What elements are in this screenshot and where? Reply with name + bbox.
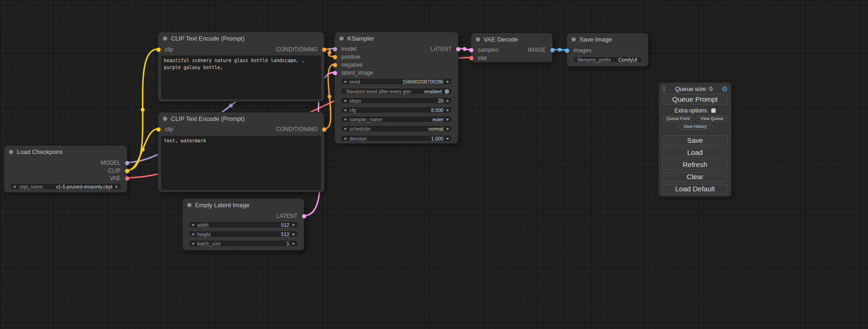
- node-title-bar[interactable]: Save Image: [567, 33, 648, 45]
- save-button[interactable]: Save: [662, 135, 728, 146]
- input-port-clip[interactable]: [156, 48, 161, 52]
- increment-arrow-icon[interactable]: ▶: [293, 240, 295, 246]
- widget-label: steps: [349, 98, 361, 104]
- input-slot-clip: clip: [158, 126, 173, 133]
- output-slot-model: MODEL: [100, 159, 127, 167]
- output-label: IMAGE: [528, 47, 546, 53]
- node-load-checkpoint[interactable]: Load Checkpoint MODEL CLIP VAE ◀ ckpt_na…: [4, 145, 127, 193]
- decrement-arrow-icon[interactable]: ◀: [344, 135, 346, 141]
- decrement-arrow-icon[interactable]: ◀: [344, 126, 346, 132]
- decrement-arrow-icon[interactable]: ◀: [344, 78, 346, 84]
- decrement-arrow-icon[interactable]: ◀: [191, 240, 194, 246]
- input-port-clip[interactable]: [156, 127, 161, 132]
- load-button[interactable]: Load: [662, 147, 728, 158]
- widget-sampler-name[interactable]: ◀ sampler_name euler ▶: [340, 116, 452, 123]
- output-label: LATENT: [276, 213, 297, 219]
- node-clip-text-encode-positive[interactable]: CLIP Text Encode (Prompt) clip CONDITION…: [158, 32, 325, 102]
- settings-gear-icon[interactable]: ⚙: [722, 85, 728, 92]
- decrement-arrow-icon[interactable]: ◀: [344, 116, 346, 122]
- widget-cfg[interactable]: ◀ cfg 8.000 ▶: [340, 106, 452, 113]
- node-vae-decode[interactable]: VAE Decode samples vae IMAGE: [471, 33, 553, 63]
- increment-arrow-icon[interactable]: ▶: [447, 126, 449, 132]
- node-save-image[interactable]: Save Image images filename_prefix ComfyU…: [566, 33, 649, 67]
- collapse-dot-icon[interactable]: [9, 150, 13, 154]
- clear-button[interactable]: Clear: [662, 172, 728, 182]
- node-title-bar[interactable]: Load Checkpoint: [4, 146, 127, 158]
- queue-size-label: Queue size: 0: [675, 85, 713, 92]
- node-empty-latent-image[interactable]: Empty Latent Image LATENT ◀ width 512 ▶ …: [182, 198, 304, 251]
- input-port-vae[interactable]: [469, 56, 473, 60]
- increment-arrow-icon[interactable]: ▶: [447, 78, 449, 84]
- input-port-model[interactable]: [333, 47, 337, 51]
- increment-arrow-icon[interactable]: ▶: [293, 222, 295, 228]
- prompt-textarea[interactable]: beautiful scenery nature glass bottle la…: [161, 56, 321, 99]
- increment-arrow-icon[interactable]: ▶: [293, 231, 295, 237]
- increment-arrow-icon[interactable]: ▶: [447, 116, 449, 122]
- widget-label: Random seed after every gen: [346, 89, 424, 94]
- node-title-bar[interactable]: KSampler: [335, 32, 458, 44]
- collapse-dot-icon[interactable]: [476, 37, 480, 42]
- input-label: vae: [478, 55, 487, 61]
- node-title-bar[interactable]: Empty Latent Image: [183, 199, 304, 211]
- collapse-dot-icon[interactable]: [163, 117, 167, 121]
- widget-seed[interactable]: ◀ seed 156680208700286 ▶: [340, 78, 452, 85]
- widget-width[interactable]: ◀ width 512 ▶: [188, 221, 298, 228]
- drag-handle-icon[interactable]: ⣿: [662, 86, 666, 92]
- output-port-conditioning[interactable]: [322, 127, 326, 132]
- view-history-button[interactable]: View History: [677, 124, 713, 130]
- view-queue-button[interactable]: View Queue: [696, 116, 728, 122]
- widget-scheduler[interactable]: ◀ scheduler normal ▶: [340, 125, 452, 132]
- output-port-clip[interactable]: [125, 169, 129, 173]
- widget-filename-prefix[interactable]: filename_prefix ComfyUI: [572, 56, 642, 63]
- decrement-arrow-icon[interactable]: ◀: [191, 231, 194, 237]
- increment-arrow-icon[interactable]: ▶: [447, 135, 449, 141]
- input-port-samples[interactable]: [469, 48, 473, 52]
- load-default-button[interactable]: Load Default: [662, 184, 728, 194]
- extra-options-checkbox[interactable]: [711, 108, 716, 113]
- link-midpoint-dot: [141, 148, 145, 152]
- node-title: CLIP Text Encode (Prompt): [171, 115, 245, 122]
- collapse-dot-icon[interactable]: [572, 37, 576, 42]
- collapse-dot-icon[interactable]: [187, 203, 191, 207]
- node-title-bar[interactable]: CLIP Text Encode (Prompt): [158, 112, 324, 125]
- decrement-arrow-icon[interactable]: ◀: [344, 98, 346, 104]
- queue-prompt-button[interactable]: Queue Prompt: [662, 94, 728, 105]
- decrement-arrow-icon[interactable]: ◀: [13, 183, 15, 189]
- increment-arrow-icon[interactable]: ▶: [447, 107, 449, 113]
- decrement-arrow-icon[interactable]: ◀: [344, 107, 346, 113]
- increment-arrow-icon[interactable]: ▶: [116, 183, 118, 189]
- input-port-positive[interactable]: [333, 55, 337, 59]
- output-port-latent[interactable]: [302, 214, 306, 218]
- node-title-bar[interactable]: CLIP Text Encode (Prompt): [158, 32, 324, 44]
- output-port-conditioning[interactable]: [322, 48, 326, 52]
- toggle-knob-icon[interactable]: [445, 89, 449, 94]
- widget-batch-size[interactable]: ◀ batch_size 1 ▶: [188, 240, 298, 247]
- prompt-textarea[interactable]: text, watermark: [161, 136, 321, 190]
- widget-ckpt-name[interactable]: ◀ ckpt_name v1-5-pruned-emaonly.ckpt ▶: [10, 183, 121, 190]
- output-port-model[interactable]: [125, 161, 129, 165]
- refresh-button[interactable]: Refresh: [662, 160, 728, 170]
- output-label: LATENT: [430, 46, 452, 52]
- node-title: Empty Latent Image: [195, 202, 249, 209]
- collapse-dot-icon[interactable]: [339, 36, 344, 41]
- increment-arrow-icon[interactable]: ▶: [447, 98, 449, 104]
- node-ksampler[interactable]: KSampler model positive negative latent_…: [334, 32, 459, 144]
- node-clip-text-encode-negative[interactable]: CLIP Text Encode (Prompt) clip CONDITION…: [158, 112, 325, 192]
- collapse-dot-icon[interactable]: [163, 36, 167, 41]
- output-port-vae[interactable]: [125, 176, 129, 181]
- widget-label: denoise: [349, 136, 367, 141]
- widget-height[interactable]: ◀ height 512 ▶: [188, 231, 298, 238]
- input-port-negative[interactable]: [333, 63, 337, 67]
- output-port-latent[interactable]: [456, 47, 460, 51]
- input-port-latent-image[interactable]: [333, 71, 337, 75]
- widget-denoise[interactable]: ◀ denoise 1.000 ▶: [340, 135, 452, 142]
- widget-steps[interactable]: ◀ steps 20 ▶: [340, 97, 452, 104]
- widget-random-seed-toggle[interactable]: Random seed after every gen enabled: [340, 88, 452, 95]
- node-title-bar[interactable]: VAE Decode: [471, 33, 552, 45]
- queue-front-button[interactable]: Queue Front: [662, 116, 694, 122]
- decrement-arrow-icon[interactable]: ◀: [191, 222, 194, 228]
- widget-value: 1.000: [367, 136, 443, 141]
- widget-label: cfg: [349, 107, 356, 113]
- input-port-images[interactable]: [565, 49, 569, 53]
- output-port-image[interactable]: [550, 48, 555, 52]
